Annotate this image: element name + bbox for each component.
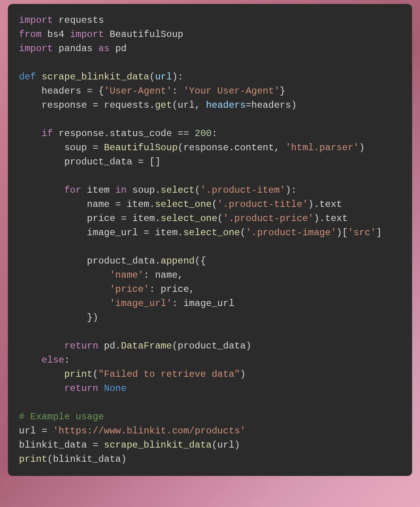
variable: blinkit_data [19, 440, 87, 450]
method-call: select [161, 185, 194, 195]
dict-key: 'image_url' [109, 298, 172, 309]
object: item [155, 227, 178, 238]
variable: product_data [64, 157, 132, 167]
string-literal: '.product-item' [200, 185, 285, 195]
keyword-from: from [19, 29, 42, 40]
string-literal: 'src' [348, 227, 376, 238]
attribute: text [325, 213, 348, 224]
variable: headers [42, 86, 81, 96]
keyword-else: else [42, 355, 65, 365]
object: soup [132, 185, 155, 195]
string-literal: '.product-title' [217, 199, 308, 210]
dict-value: image_url [183, 298, 235, 309]
variable: soup [64, 142, 87, 153]
argument: url [178, 100, 194, 111]
module-name: requests [59, 15, 104, 26]
keyword-import: import [70, 29, 104, 40]
operator: = [115, 199, 121, 210]
number-literal: 200 [195, 128, 212, 139]
method-call: select_one [183, 227, 240, 238]
keyword-return: return [64, 341, 98, 351]
constant-none: None [104, 383, 127, 394]
argument: url [217, 440, 234, 450]
keyword-if: if [42, 128, 53, 139]
empty-list: [] [149, 157, 161, 167]
loop-variable: item [87, 185, 110, 195]
dict-key: 'price' [109, 284, 149, 295]
variable: name [87, 199, 110, 210]
keyword-argument: headers [206, 100, 246, 111]
string-literal: 'html.parser' [285, 142, 359, 153]
variable: url [19, 426, 36, 436]
operator: = [42, 426, 47, 436]
operator: = [121, 213, 126, 224]
class-call: BeautifulSoup [104, 142, 178, 153]
keyword-def: def [19, 72, 36, 82]
string-literal: "Failed to retrieve data" [98, 369, 240, 380]
method-call: select_one [161, 213, 217, 224]
comment: # Example usage [19, 411, 104, 422]
operator: == [178, 128, 189, 139]
method-call: append [161, 256, 194, 266]
variable: image_url [87, 227, 138, 238]
attribute: text [319, 199, 342, 210]
method-call: select_one [155, 199, 212, 210]
attribute: content [234, 142, 274, 153]
object: response [183, 142, 229, 153]
keyword-import: import [19, 43, 53, 54]
variable: response [42, 100, 87, 111]
operator: = [138, 157, 143, 167]
keyword-for: for [64, 185, 81, 195]
string-literal: 'User-Agent' [104, 86, 172, 96]
keyword-import: import [19, 15, 53, 26]
keyword-in: in [115, 185, 127, 195]
string-literal: '.product-price' [223, 213, 314, 224]
function-call: scrape_blinkit_data [104, 440, 212, 450]
keyword-return: return [64, 383, 98, 394]
operator: = [93, 100, 98, 111]
code-snippet: import requests from bs4 import Beautifu… [8, 4, 412, 476]
object: requests [104, 100, 149, 111]
function-name: scrape_blinkit_data [42, 72, 150, 82]
object: item [132, 213, 155, 224]
parameter: url [155, 72, 172, 82]
dict-value: name [155, 270, 178, 280]
attribute: status_code [109, 128, 172, 139]
object: response [59, 128, 104, 139]
dict-key: 'name' [109, 270, 143, 280]
dict-value: price [161, 284, 189, 295]
operator: = [87, 86, 93, 96]
function-call: print [64, 369, 93, 380]
object: product_data [87, 256, 155, 266]
operator: = [93, 440, 98, 450]
method-call: get [155, 100, 172, 111]
string-literal: 'Your User-Agent' [183, 86, 280, 96]
module-name: pandas [59, 43, 93, 54]
function-call: print [19, 454, 47, 465]
variable: price [87, 213, 115, 224]
alias-name: pd [115, 43, 127, 54]
class-name: BeautifulSoup [109, 29, 183, 40]
keyword-as: as [98, 43, 110, 54]
argument: product_data [178, 341, 246, 351]
object: pd [104, 341, 115, 351]
string-literal: 'https://www.blinkit.com/products' [53, 426, 246, 436]
object: item [127, 199, 150, 210]
method-call: DataFrame [121, 341, 172, 351]
module-name: bs4 [47, 29, 64, 40]
argument: blinkit_data [53, 454, 121, 465]
operator: = [144, 227, 149, 238]
operator: = [93, 142, 98, 153]
argument: headers [252, 100, 291, 111]
string-literal: '.product-image' [246, 227, 336, 238]
